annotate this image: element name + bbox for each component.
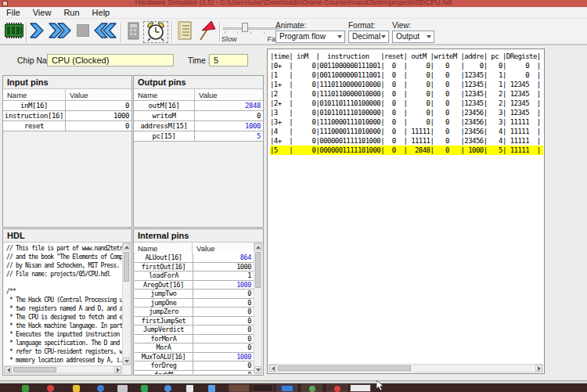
scrollbar-thumb[interactable] — [13, 367, 56, 372]
hdl-horizontal-scrollbar[interactable] — [4, 365, 122, 374]
pin-value: 1 — [193, 272, 254, 280]
scrollbar-thumb[interactable] — [124, 252, 129, 282]
pin-name: addressM[15] — [134, 121, 195, 131]
rewind-button[interactable] — [93, 21, 118, 43]
value-column-header: Value — [193, 243, 254, 254]
hdl-line: * the Hack machine language. In part — [6, 322, 122, 330]
pin-value: 1000 — [193, 263, 254, 272]
pin-value: 2848 — [195, 101, 263, 110]
single-step-button[interactable] — [28, 21, 45, 43]
scroll-down-button[interactable] — [254, 366, 261, 373]
toolbar-separator — [121, 22, 122, 42]
stop-button[interactable] — [75, 21, 91, 43]
taskbar-app-icon[interactable] — [208, 385, 215, 392]
output-table-row: |2 | 0|1110110000010000| 0 | 0| 0 |12345… — [270, 89, 543, 99]
scrollbar-thumb[interactable] — [278, 365, 411, 371]
pin-row: writeM 0 — [134, 111, 263, 121]
pin-value: 0 — [193, 371, 254, 375]
pin-row: loadForA 1 — [135, 272, 254, 281]
output-table-row: |4 | 0|1110000111010000| 0 | 11111| 0 |2… — [270, 127, 543, 136]
taskbar-app-icon[interactable] — [73, 385, 80, 392]
load-chip-button[interactable] — [4, 21, 24, 43]
slider-track — [223, 27, 279, 30]
pin-row: pc[15] 5 — [134, 131, 263, 142]
menu-item[interactable]: Run — [57, 7, 85, 19]
internal-pins-scrollbar[interactable] — [254, 243, 262, 374]
taskbar-app-icon[interactable] — [47, 385, 54, 392]
taskbar-app-icon[interactable] — [97, 385, 104, 392]
taskbar — [0, 383, 587, 392]
scroll-left-button[interactable] — [5, 366, 12, 373]
scrollbar-thumb[interactable] — [255, 252, 261, 288]
breakpoint-button[interactable] — [196, 21, 218, 43]
pin-name: MuxToALU[16] — [135, 353, 193, 361]
internal-pins-panel: Internal pins Name Value ALUout[16] 864 … — [133, 228, 264, 376]
output-table-row: |1 | 0|0011000000111001| 0 | 0| 0 |12345… — [270, 70, 543, 80]
output-table-row: |2+ | 0|0101101110100000| 0 | 0| 0 |1234… — [270, 99, 543, 108]
scroll-down-button[interactable] — [123, 358, 130, 365]
clock-button[interactable] — [143, 21, 168, 43]
value-column-header: Value — [195, 89, 263, 100]
format-select[interactable]: Decimal — [348, 31, 389, 43]
toolbar-separator — [26, 22, 27, 42]
slider-slow-label: Slow — [221, 35, 237, 43]
taskbar-window-tile[interactable] — [276, 384, 297, 392]
pin-row: jumpZero 0 — [135, 307, 254, 317]
name-column-header: Name — [134, 243, 193, 254]
hdl-line: * Executes the inputted instruction — [6, 330, 122, 339]
hdl-line: * language specification. The D and — [6, 339, 122, 347]
scroll-right-button[interactable] — [535, 365, 542, 372]
pin-row: ALUout[16] 864 — [135, 254, 254, 263]
taskbar-app-icon[interactable] — [186, 385, 193, 392]
calculator-button[interactable] — [124, 21, 142, 43]
pin-value: 0 — [193, 343, 254, 352]
taskbar-window-tile[interactable] — [229, 384, 250, 392]
menu-item[interactable]: File — [0, 7, 27, 19]
hdl-line: // This file is part of www.nand2tetr — [6, 244, 122, 253]
view-select[interactable]: Output — [392, 31, 434, 43]
slider-thumb[interactable] — [242, 23, 248, 32]
speed-slider[interactable]: Slow Fast — [221, 21, 281, 43]
pin-name: MorA — [135, 343, 193, 352]
pin-row: instruction[16] 1000 — [3, 111, 131, 121]
pin-value[interactable]: 1000 — [66, 111, 131, 120]
taskbar-app-icon[interactable] — [117, 385, 128, 392]
pin-value[interactable]: 0 — [66, 101, 131, 110]
scroll-left-button[interactable] — [269, 365, 276, 372]
pin-name: jumpOne — [135, 299, 193, 307]
hdl-panel: HDL // This file is part of www.nand2tet… — [2, 228, 132, 376]
menu-item[interactable]: View — [27, 7, 58, 19]
output-log-panel: |time| inM | instruction |reset| outM |w… — [267, 49, 545, 374]
taskbar-window-tile[interactable] — [252, 384, 273, 392]
stop-icon — [77, 24, 89, 40]
pin-value[interactable]: 0 — [66, 121, 131, 131]
chevron-down-icon — [381, 35, 386, 38]
output-horizontal-scrollbar[interactable] — [268, 364, 543, 372]
hdl-vertical-scrollbar[interactable] — [122, 243, 131, 365]
taskbar-window-tile[interactable] — [326, 384, 348, 392]
pin-value: 0 — [193, 290, 254, 298]
animate-select[interactable]: Program flow — [275, 31, 345, 43]
menu-item[interactable]: Help — [86, 7, 117, 19]
taskbar-app-icon[interactable] — [141, 385, 148, 392]
taskbar-window-tile[interactable] — [350, 384, 371, 392]
mouse-cursor — [376, 380, 384, 392]
pin-value: 0 — [193, 317, 254, 325]
chevron-down-icon — [427, 35, 431, 38]
hdl-line — [6, 279, 122, 287]
chip-name-field[interactable]: CPU (Clocked) — [47, 54, 174, 67]
run-button[interactable] — [47, 21, 72, 43]
input-pins-panel: Input pins Name Value inM[16] 0 instruct… — [2, 75, 132, 228]
taskbar-app-icon[interactable] — [22, 385, 29, 392]
fast-forward-icon — [48, 22, 71, 42]
taskbar-window-tile[interactable] — [301, 384, 322, 392]
pin-value: 0 — [195, 111, 263, 120]
scroll-right-button[interactable] — [114, 366, 121, 373]
scroll-up-button[interactable] — [123, 243, 130, 250]
name-column-header: Name — [134, 89, 195, 100]
script-button[interactable] — [175, 21, 194, 43]
taskbar-app-icon[interactable] — [164, 385, 171, 392]
time-field: 5 — [209, 54, 248, 67]
time-label: Time : — [188, 56, 211, 65]
scroll-up-button[interactable] — [254, 243, 261, 250]
